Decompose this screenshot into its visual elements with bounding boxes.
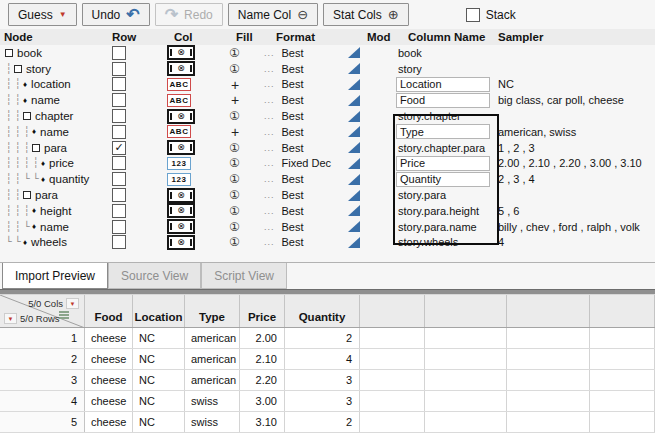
mod-triangle-icon[interactable] [348, 221, 360, 232]
row-checkbox[interactable] [112, 62, 126, 76]
column-type-icon-none[interactable]: ⊗ [167, 109, 195, 124]
fill-icon-one[interactable]: ① [229, 235, 240, 249]
preview-cell[interactable]: 3 [285, 391, 360, 411]
preview-cell[interactable]: cheese [85, 412, 133, 432]
preview-column-header[interactable]: Price [240, 295, 285, 327]
row-checkbox[interactable] [112, 93, 126, 107]
format-value[interactable]: Best [282, 78, 304, 90]
column-name-field[interactable]: Type [396, 124, 490, 139]
mod-triangle-icon[interactable] [348, 47, 360, 58]
preview-column-header[interactable]: Type [185, 295, 240, 327]
branch-node-icon[interactable] [23, 112, 31, 120]
branch-node-icon[interactable] [32, 144, 40, 152]
column-type-icon-numeric[interactable]: 123 [167, 173, 191, 186]
format-value[interactable]: Best [282, 94, 304, 106]
preview-cell[interactable]: cheese [85, 328, 133, 348]
row-checkbox[interactable] [112, 109, 126, 123]
fill-icon-one[interactable]: ① [229, 62, 240, 76]
format-value[interactable]: Best [282, 142, 304, 154]
format-ellipsis-button[interactable]: ... [264, 190, 275, 200]
preview-column-header[interactable]: Location [133, 295, 185, 327]
branch-node-icon[interactable] [5, 49, 13, 57]
format-value[interactable]: Fixed Dec [282, 157, 332, 169]
preview-cell[interactable]: american [185, 349, 240, 369]
column-name-field[interactable]: Location [396, 77, 490, 92]
mod-triangle-icon[interactable] [348, 142, 360, 153]
fill-icon-one[interactable]: ① [229, 172, 240, 186]
format-value[interactable]: Best [282, 236, 304, 248]
row-checkbox[interactable] [112, 188, 126, 202]
preview-cell[interactable]: 3 [285, 370, 360, 390]
row-number[interactable]: 5 [0, 412, 85, 432]
format-ellipsis-button[interactable]: ... [264, 111, 275, 121]
format-ellipsis-button[interactable]: ... [264, 158, 275, 168]
column-name-field[interactable]: Food [396, 93, 490, 108]
mod-triangle-icon[interactable] [348, 126, 360, 137]
branch-node-icon[interactable] [23, 191, 31, 199]
row-checkbox[interactable] [112, 172, 126, 186]
format-ellipsis-button[interactable]: ... [264, 237, 275, 247]
rows-menu-button[interactable]: ▼ [4, 313, 17, 324]
preview-cell[interactable]: 4 [285, 349, 360, 369]
preview-cell[interactable]: american [185, 328, 240, 348]
tab-source-view[interactable]: Source View [108, 263, 201, 289]
column-type-icon-none[interactable]: ⊗ [167, 45, 195, 60]
column-type-icon-character[interactable]: ABC [167, 125, 191, 138]
preview-cell[interactable]: 2 [285, 328, 360, 348]
row-checkbox[interactable] [112, 220, 126, 234]
preview-cell[interactable]: NC [133, 370, 185, 390]
preview-cell[interactable]: 3.10 [240, 412, 285, 432]
preview-cell[interactable]: 2 [285, 412, 360, 432]
row-checkbox[interactable] [112, 235, 126, 249]
fill-icon-one[interactable]: ① [229, 188, 240, 202]
column-type-icon-none[interactable]: ⊗ [167, 188, 195, 203]
preview-cell[interactable]: NC [133, 412, 185, 432]
branch-node-icon[interactable] [14, 65, 22, 73]
format-value[interactable]: Best [282, 126, 304, 138]
mod-triangle-icon[interactable] [348, 79, 360, 90]
row-number[interactable]: 4 [0, 391, 85, 411]
preview-cell[interactable]: swiss [185, 412, 240, 432]
column-name-field[interactable]: Quantity [396, 172, 490, 187]
undo-button[interactable]: Undo ↶ [82, 3, 150, 26]
fill-icon-one[interactable]: ① [229, 204, 240, 218]
column-type-icon-none[interactable]: ⊗ [167, 61, 195, 76]
row-checkbox[interactable] [112, 46, 126, 60]
row-checkbox[interactable] [112, 156, 126, 170]
preview-column-header[interactable]: Quantity [285, 295, 360, 327]
row-checkbox[interactable] [112, 204, 126, 218]
column-name-field[interactable]: Price [396, 156, 490, 171]
preview-cell[interactable]: american [185, 370, 240, 390]
mod-triangle-icon[interactable] [348, 174, 360, 185]
redo-button[interactable]: ↷ Redo [155, 3, 223, 26]
preview-cell[interactable]: NC [133, 349, 185, 369]
fill-icon-one[interactable]: ① [229, 141, 240, 155]
column-type-icon-none[interactable]: ⊗ [167, 235, 195, 250]
fill-icon-plus[interactable]: + [231, 92, 239, 108]
column-type-icon-character[interactable]: ABC [167, 94, 191, 107]
mod-triangle-icon[interactable] [348, 111, 360, 122]
preview-cell[interactable]: 2.20 [240, 370, 285, 390]
mod-triangle-icon[interactable] [348, 63, 360, 74]
format-ellipsis-button[interactable]: ... [264, 95, 275, 105]
preview-cell[interactable]: 2.00 [240, 328, 285, 348]
fill-icon-plus[interactable]: + [231, 77, 239, 93]
format-value[interactable]: Best [282, 173, 304, 185]
columns-menu-button[interactable]: ▼ [66, 298, 79, 309]
preview-cell[interactable]: cheese [85, 370, 133, 390]
fill-icon-one[interactable]: ① [229, 220, 240, 234]
column-type-icon-none[interactable]: ⊗ [167, 140, 195, 155]
preview-column-header[interactable]: Food [85, 295, 133, 327]
column-type-icon-numeric[interactable]: 123 [167, 157, 191, 170]
format-value[interactable]: Best [282, 205, 304, 217]
row-number[interactable]: 3 [0, 370, 85, 390]
mod-triangle-icon[interactable] [348, 237, 360, 248]
format-ellipsis-button[interactable]: ... [264, 174, 275, 184]
mod-triangle-icon[interactable] [348, 158, 360, 169]
column-type-icon-none[interactable]: ⊗ [167, 203, 195, 218]
stack-checkbox[interactable] [466, 8, 480, 22]
preview-cell[interactable]: 3.00 [240, 391, 285, 411]
preview-cell[interactable]: cheese [85, 349, 133, 369]
format-value[interactable]: Best [282, 110, 304, 122]
column-type-icon-none[interactable]: ⊗ [167, 219, 195, 234]
